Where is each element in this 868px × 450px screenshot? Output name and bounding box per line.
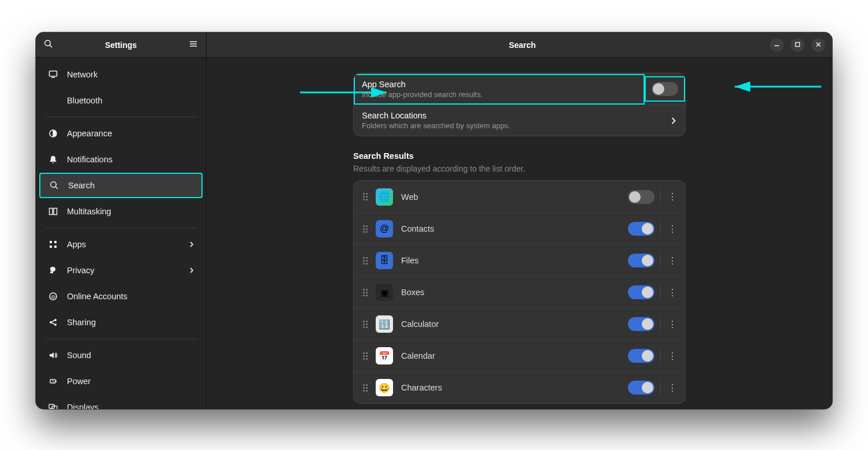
result-toggle[interactable] [628,285,654,299]
sidebar-item-privacy[interactable]: Privacy [39,258,203,283]
app-name-label: Calculator [401,319,628,329]
sidebar-item-label: Notifications [67,155,194,164]
svg-point-12 [54,319,57,321]
sidebar-item-label: Search [68,181,193,190]
svg-rect-4 [54,209,57,215]
app-icon: 📅 [376,347,393,365]
app-search-label-highlight: App Search Include app-provided search r… [354,74,645,105]
result-toggle[interactable] [628,222,654,236]
svg-rect-6 [54,241,57,243]
svg-rect-8 [54,246,57,248]
app-icon: 🗄 [376,252,393,269]
close-button[interactable] [811,38,825,52]
kebab-menu-button[interactable]: ⋮ [667,191,678,202]
displays-icon [47,403,59,409]
drag-handle-icon[interactable] [361,384,370,392]
vertical-separator [660,221,661,237]
drag-handle-icon[interactable] [361,257,370,265]
bluetooth-icon [47,96,59,105]
result-toggle[interactable] [628,317,654,331]
hamburger-menu-button[interactable] [184,36,203,54]
kebab-menu-button[interactable]: ⋮ [667,224,678,235]
sidebar-item-label: Apps [67,240,189,249]
sidebar-search-button[interactable] [39,36,58,54]
monitor-icon [47,70,59,79]
sidebar-item-label: Privacy [67,266,189,275]
search-result-row: 🌐Web⋮ [354,181,685,213]
minimize-button[interactable] [770,38,784,52]
window-buttons [770,38,828,52]
svg-rect-3 [50,209,53,215]
sidebar-item-label: Power [67,377,194,386]
search-result-row: @Contacts⋮ [354,213,685,244]
drag-handle-icon[interactable] [361,321,370,328]
search-locations-row[interactable]: Search Locations Folders which are searc… [354,105,685,136]
search-icon [44,39,53,51]
app-icon: 🌐 [376,188,393,206]
sidebar-item-displays[interactable]: Displays [39,395,203,409]
sidebar-list: NetworkBluetoothAppearanceNotificationsS… [36,58,206,409]
vertical-separator [660,316,661,332]
app-search-toggle[interactable] [652,82,678,96]
sidebar-item-notifications[interactable]: Notifications [39,147,203,172]
svg-text:@: @ [51,294,55,299]
app-name-label: Web [401,192,628,202]
result-toggle[interactable] [628,254,654,267]
svg-point-11 [50,321,52,323]
app-icon: 🔢 [376,315,393,333]
search-result-row: 😀Characters⋮ [354,371,685,403]
sidebar-item-multitasking[interactable]: Multitasking [39,199,203,224]
close-icon [815,42,821,49]
vertical-separator [660,189,661,205]
sidebar-item-network[interactable]: Network [39,62,203,87]
result-toggle[interactable] [628,349,654,363]
result-toggle[interactable] [628,381,654,395]
sidebar-item-bluetooth[interactable]: Bluetooth [39,88,203,113]
sidebar-item-appearance[interactable]: Appearance [39,121,203,146]
kebab-menu-button[interactable]: ⋮ [667,319,678,330]
svg-point-13 [54,323,57,326]
vertical-separator [660,252,661,269]
sidebar-item-power[interactable]: Power [39,369,203,394]
search-result-row: ▣Boxes⋮ [354,276,685,308]
svg-rect-5 [50,241,52,243]
page-title: Search [275,40,770,50]
drag-handle-icon[interactable] [361,225,370,233]
bell-icon [47,155,59,164]
drag-handle-icon[interactable] [361,193,370,200]
content-area: App Search Include app-provided search r… [207,58,832,409]
maximize-button[interactable] [791,38,805,52]
drag-handle-icon[interactable] [361,289,370,296]
app-icon: 😀 [376,379,393,396]
search-locations-title: Search Locations [362,111,670,120]
sidebar-item-apps[interactable]: Apps [39,232,203,257]
sidebar-item-search[interactable]: Search [39,173,203,198]
vertical-separator [660,380,661,396]
kebab-menu-button[interactable]: ⋮ [667,382,678,393]
result-toggle[interactable] [628,190,654,204]
chevron-right-icon [189,266,194,275]
kebab-menu-button[interactable]: ⋮ [667,351,678,362]
app-search-toggle-highlight [645,76,685,102]
drag-handle-icon[interactable] [361,352,370,360]
sidebar-item-sharing[interactable]: Sharing [39,310,203,335]
sidebar-item-online[interactable]: @Online Accounts [39,284,203,309]
sidebar-header: Settings [36,32,206,58]
sidebar-title: Settings [58,40,184,50]
app-icon: @ [376,220,393,237]
section-subtitle: Results are displayed according to the l… [353,164,686,173]
power-icon [47,377,59,386]
sidebar-item-sound[interactable]: Sound [39,343,203,368]
kebab-menu-button[interactable]: ⋮ [667,255,678,266]
svg-rect-0 [50,71,57,76]
main-header: Search [207,32,832,58]
app-name-label: Contacts [401,224,628,233]
app-name-label: Files [401,256,628,265]
sidebar-item-label: Bluetooth [67,96,194,105]
app-search-subtitle: Include app-provided search results. [362,90,637,99]
online-accounts-icon: @ [47,292,59,301]
kebab-menu-button[interactable]: ⋮ [667,287,678,298]
app-search-title: App Search [362,80,637,89]
vertical-separator [660,348,661,364]
search-results-section-header: Search Results Results are displayed acc… [353,151,686,173]
